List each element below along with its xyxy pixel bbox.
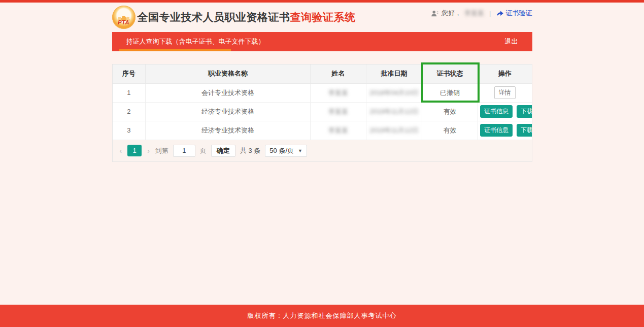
cert-info-button[interactable]: 证书信息 bbox=[480, 105, 513, 118]
actions-cell: 证书信息下载 bbox=[478, 102, 532, 121]
table-row: 3经济专业技术资格李某某2019年11月12日有效证书信息下载 bbox=[113, 121, 532, 140]
divider: | bbox=[489, 10, 491, 17]
certificate-status: 有效 bbox=[422, 102, 478, 121]
row-index: 2 bbox=[113, 102, 146, 121]
qualification-name: 经济专业技术资格 bbox=[146, 102, 311, 121]
chevron-down-icon: ▼ bbox=[298, 148, 302, 153]
next-page-button[interactable]: › bbox=[146, 147, 151, 155]
column-header: 职业资格名称 bbox=[146, 64, 311, 83]
certificate-verify-link[interactable]: 证书验证 bbox=[496, 9, 532, 18]
actions-cell: 详情 bbox=[478, 83, 532, 102]
download-button[interactable]: 下载 bbox=[517, 105, 532, 118]
column-header: 姓名 bbox=[311, 64, 366, 83]
column-header: 批准日期 bbox=[366, 64, 422, 83]
page-unit-label: 页 bbox=[200, 146, 207, 155]
results-card: 序号职业资格名称姓名批准日期证书状态操作 1会计专业技术资格李某某2018年04… bbox=[112, 64, 532, 162]
greeting-label: 您好， bbox=[442, 9, 461, 18]
download-button[interactable]: 下载 bbox=[517, 124, 532, 137]
row-index: 1 bbox=[113, 83, 146, 102]
pta-logo: PTA bbox=[112, 6, 135, 29]
holder-name: 李某某 bbox=[311, 83, 366, 102]
user-name: 李某某 bbox=[464, 9, 484, 18]
qualification-name: 会计专业技术资格 bbox=[146, 83, 311, 102]
table-row: 1会计专业技术资格李某某2018年04月10日已撤销详情 bbox=[113, 83, 532, 102]
results-table: 序号职业资格名称姓名批准日期证书状态操作 1会计专业技术资格李某某2018年04… bbox=[113, 64, 532, 140]
table-body: 1会计专业技术资格李某某2018年04月10日已撤销详情2经济专业技术资格李某某… bbox=[113, 83, 532, 140]
column-header: 操作 bbox=[478, 64, 532, 83]
page-title-accent: 查询验证系统 bbox=[290, 11, 356, 23]
certificate-verify-label: 证书验证 bbox=[506, 9, 532, 18]
page-title: 全国专业技术人员职业资格证书查询验证系统 bbox=[138, 10, 356, 24]
cert-info-button[interactable]: 证书信息 bbox=[480, 124, 513, 137]
table-row: 2经济专业技术资格李某某2019年11月12日有效证书信息下载 bbox=[113, 102, 532, 121]
qualification-name: 经济专业技术资格 bbox=[146, 121, 311, 140]
holder-name: 李某某 bbox=[311, 121, 366, 140]
total-count-label: 共 3 条 bbox=[240, 146, 260, 155]
main-nav: 持证人查询下载（含电子证书、电子文件下载） 退出 bbox=[112, 32, 532, 51]
goto-page-label: 到第 bbox=[155, 146, 168, 155]
row-index: 3 bbox=[113, 121, 146, 140]
approval-date: 2019年11月12日 bbox=[366, 102, 422, 121]
page-header: PTA 全国专业技术人员职业资格证书查询验证系统 您好， 李某某 | 证书验证 bbox=[112, 3, 532, 32]
holder-name: 李某某 bbox=[311, 102, 366, 121]
copyright-label: 版权所有：人力资源和社会保障部人事考试中心 bbox=[248, 311, 397, 320]
table-header-row: 序号职业资格名称姓名批准日期证书状态操作 bbox=[113, 64, 532, 83]
logo-text: PTA bbox=[112, 19, 135, 25]
tab-holder-query-download[interactable]: 持证人查询下载（含电子证书、电子文件下载） bbox=[112, 32, 265, 51]
pagination-bar: ‹ 1 › 到第 页 确定 共 3 条 50 条/页 ▼ bbox=[113, 140, 532, 161]
approval-date: 2018年04月10日 bbox=[366, 83, 422, 102]
page-number-input[interactable] bbox=[173, 145, 195, 157]
certificate-status: 有效 bbox=[422, 121, 478, 140]
user-icon bbox=[431, 10, 438, 17]
column-header: 序号 bbox=[113, 64, 146, 83]
active-tab-underline bbox=[119, 49, 231, 51]
share-arrow-icon bbox=[496, 10, 504, 17]
detail-button[interactable]: 详情 bbox=[494, 86, 516, 99]
tab-label: 持证人查询下载（含电子证书、电子文件下载） bbox=[126, 37, 265, 46]
approval-date: 2019年11月12日 bbox=[366, 121, 422, 140]
actions-cell: 证书信息下载 bbox=[478, 121, 532, 140]
user-info-bar: 您好， 李某某 | 证书验证 bbox=[431, 9, 532, 18]
current-page-button[interactable]: 1 bbox=[127, 145, 142, 156]
column-header: 证书状态 bbox=[422, 64, 478, 83]
prev-page-button[interactable]: ‹ bbox=[119, 147, 123, 155]
page-size-label: 50 条/页 bbox=[269, 146, 294, 155]
page-size-select[interactable]: 50 条/页 ▼ bbox=[265, 145, 307, 157]
certificate-status: 已撤销 bbox=[422, 83, 478, 102]
logout-button[interactable]: 退出 bbox=[505, 37, 518, 46]
page-title-main: 全国专业技术人员职业资格证书 bbox=[138, 11, 290, 23]
page-footer: 版权所有：人力资源和社会保障部人事考试中心 bbox=[0, 305, 644, 327]
confirm-page-button[interactable]: 确定 bbox=[211, 145, 235, 157]
